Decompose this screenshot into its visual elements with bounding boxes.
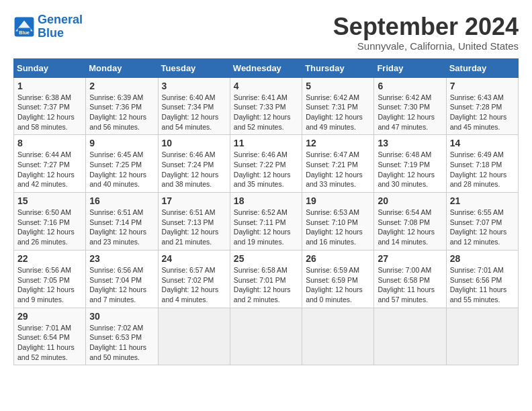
calendar-day-cell: 15 Sunrise: 6:50 AMSunset: 7:16 PMDaylig… — [14, 193, 86, 250]
day-info: Sunrise: 6:49 AMSunset: 7:18 PMDaylight:… — [450, 150, 515, 189]
day-info: Sunrise: 6:38 AMSunset: 7:37 PMDaylight:… — [17, 93, 82, 132]
weekday-header-cell: Thursday — [302, 58, 374, 77]
calendar-day-cell — [158, 308, 230, 365]
calendar-day-cell: 14 Sunrise: 6:49 AMSunset: 7:18 PMDaylig… — [446, 135, 518, 193]
month-title: September 2024 — [333, 13, 519, 40]
calendar-week-row: 8 Sunrise: 6:44 AMSunset: 7:27 PMDayligh… — [14, 135, 519, 193]
calendar-day-cell — [230, 308, 302, 365]
calendar-day-cell — [302, 308, 374, 365]
day-number: 7 — [450, 81, 515, 91]
day-number: 4 — [234, 81, 298, 91]
weekday-header-cell: Friday — [374, 58, 446, 77]
day-info: Sunrise: 6:51 AMSunset: 7:14 PMDaylight:… — [89, 208, 154, 247]
day-number: 24 — [162, 253, 226, 264]
day-number: 8 — [17, 138, 82, 148]
calendar-day-cell: 29 Sunrise: 7:01 AMSunset: 6:54 PMDaylig… — [14, 308, 86, 365]
day-info: Sunrise: 6:46 AMSunset: 7:22 PMDaylight:… — [234, 150, 298, 189]
day-number: 3 — [162, 81, 226, 91]
calendar-table: SundayMondayTuesdayWednesdayThursdayFrid… — [13, 58, 519, 366]
day-number: 11 — [234, 138, 298, 148]
day-number: 22 — [17, 253, 82, 264]
calendar-day-cell: 4 Sunrise: 6:41 AMSunset: 7:33 PMDayligh… — [230, 77, 302, 135]
calendar-day-cell: 6 Sunrise: 6:42 AMSunset: 7:30 PMDayligh… — [374, 77, 446, 135]
day-number: 1 — [17, 81, 82, 91]
day-info: Sunrise: 7:01 AMSunset: 6:54 PMDaylight:… — [17, 323, 82, 363]
calendar-day-cell: 28 Sunrise: 7:01 AMSunset: 6:56 PMDaylig… — [446, 250, 518, 308]
calendar-week-row: 1 Sunrise: 6:38 AMSunset: 7:37 PMDayligh… — [14, 77, 519, 135]
day-info: Sunrise: 6:40 AMSunset: 7:34 PMDaylight:… — [162, 93, 226, 132]
calendar-body: 1 Sunrise: 6:38 AMSunset: 7:37 PMDayligh… — [14, 77, 519, 365]
day-number: 28 — [450, 253, 515, 264]
calendar-week-row: 29 Sunrise: 7:01 AMSunset: 6:54 PMDaylig… — [14, 308, 519, 365]
day-number: 29 — [17, 311, 82, 322]
weekday-header-cell: Monday — [86, 58, 158, 77]
day-info: Sunrise: 6:53 AMSunset: 7:10 PMDaylight:… — [306, 208, 370, 247]
day-info: Sunrise: 7:02 AMSunset: 6:53 PMDaylight:… — [89, 323, 154, 363]
weekday-header-row: SundayMondayTuesdayWednesdayThursdayFrid… — [14, 58, 519, 77]
day-info: Sunrise: 6:50 AMSunset: 7:16 PMDaylight:… — [17, 208, 82, 247]
calendar-day-cell: 5 Sunrise: 6:42 AMSunset: 7:31 PMDayligh… — [302, 77, 374, 135]
weekday-header-cell: Sunday — [14, 58, 86, 77]
day-number: 18 — [234, 195, 298, 206]
day-number: 30 — [89, 311, 154, 322]
location: Sunnyvale, California, United States — [333, 40, 519, 52]
calendar-day-cell — [374, 308, 446, 365]
calendar-day-cell: 21 Sunrise: 6:55 AMSunset: 7:07 PMDaylig… — [446, 193, 518, 250]
day-number: 14 — [450, 138, 515, 148]
calendar-day-cell — [446, 308, 518, 365]
day-info: Sunrise: 7:00 AMSunset: 6:58 PMDaylight:… — [378, 265, 442, 305]
day-info: Sunrise: 6:46 AMSunset: 7:24 PMDaylight:… — [162, 150, 226, 189]
day-info: Sunrise: 6:42 AMSunset: 7:31 PMDaylight:… — [306, 93, 370, 132]
day-number: 26 — [306, 253, 370, 264]
day-number: 17 — [162, 195, 226, 206]
day-number: 16 — [89, 195, 154, 206]
calendar-day-cell: 19 Sunrise: 6:53 AMSunset: 7:10 PMDaylig… — [302, 193, 374, 250]
calendar-day-cell: 17 Sunrise: 6:51 AMSunset: 7:13 PMDaylig… — [158, 193, 230, 250]
calendar-day-cell: 7 Sunrise: 6:43 AMSunset: 7:28 PMDayligh… — [446, 77, 518, 135]
day-info: Sunrise: 6:52 AMSunset: 7:11 PMDaylight:… — [234, 208, 298, 247]
calendar-day-cell: 24 Sunrise: 6:57 AMSunset: 7:02 PMDaylig… — [158, 250, 230, 308]
day-info: Sunrise: 6:39 AMSunset: 7:36 PMDaylight:… — [89, 93, 154, 132]
day-number: 19 — [306, 195, 370, 206]
day-number: 6 — [378, 81, 442, 91]
logo-line2: Blue — [38, 26, 64, 40]
day-info: Sunrise: 6:51 AMSunset: 7:13 PMDaylight:… — [162, 208, 226, 247]
day-info: Sunrise: 6:42 AMSunset: 7:30 PMDaylight:… — [378, 93, 442, 132]
day-info: Sunrise: 6:41 AMSunset: 7:33 PMDaylight:… — [234, 93, 298, 132]
day-number: 9 — [89, 138, 154, 148]
day-number: 23 — [89, 253, 154, 264]
logo-line1: General — [38, 13, 83, 26]
logo-icon: Blue — [13, 16, 35, 38]
calendar-week-row: 15 Sunrise: 6:50 AMSunset: 7:16 PMDaylig… — [14, 193, 519, 250]
day-number: 12 — [306, 138, 370, 148]
day-info: Sunrise: 7:01 AMSunset: 6:56 PMDaylight:… — [450, 265, 515, 305]
logo-text: General Blue — [38, 13, 83, 40]
calendar-day-cell: 10 Sunrise: 6:46 AMSunset: 7:24 PMDaylig… — [158, 135, 230, 193]
calendar-day-cell: 2 Sunrise: 6:39 AMSunset: 7:36 PMDayligh… — [86, 77, 158, 135]
day-info: Sunrise: 6:44 AMSunset: 7:27 PMDaylight:… — [17, 150, 82, 189]
day-number: 25 — [234, 253, 298, 264]
day-info: Sunrise: 6:54 AMSunset: 7:08 PMDaylight:… — [378, 208, 442, 247]
calendar-day-cell: 26 Sunrise: 6:59 AMSunset: 6:59 PMDaylig… — [302, 250, 374, 308]
day-info: Sunrise: 6:43 AMSunset: 7:28 PMDaylight:… — [450, 93, 515, 132]
calendar-day-cell: 13 Sunrise: 6:48 AMSunset: 7:19 PMDaylig… — [374, 135, 446, 193]
day-info: Sunrise: 6:58 AMSunset: 7:01 PMDaylight:… — [234, 265, 298, 305]
calendar-day-cell: 1 Sunrise: 6:38 AMSunset: 7:37 PMDayligh… — [14, 77, 86, 135]
day-info: Sunrise: 6:47 AMSunset: 7:21 PMDaylight:… — [306, 150, 370, 189]
day-info: Sunrise: 6:57 AMSunset: 7:02 PMDaylight:… — [162, 265, 226, 305]
day-number: 21 — [450, 195, 515, 206]
calendar-day-cell: 18 Sunrise: 6:52 AMSunset: 7:11 PMDaylig… — [230, 193, 302, 250]
calendar-week-row: 22 Sunrise: 6:56 AMSunset: 7:05 PMDaylig… — [14, 250, 519, 308]
day-number: 10 — [162, 138, 226, 148]
logo: Blue General Blue — [13, 13, 83, 40]
calendar-day-cell: 11 Sunrise: 6:46 AMSunset: 7:22 PMDaylig… — [230, 135, 302, 193]
day-number: 13 — [378, 138, 442, 148]
day-number: 27 — [378, 253, 442, 264]
day-info: Sunrise: 6:59 AMSunset: 6:59 PMDaylight:… — [306, 265, 370, 305]
day-info: Sunrise: 6:45 AMSunset: 7:25 PMDaylight:… — [89, 150, 154, 189]
calendar-day-cell: 20 Sunrise: 6:54 AMSunset: 7:08 PMDaylig… — [374, 193, 446, 250]
day-info: Sunrise: 6:56 AMSunset: 7:05 PMDaylight:… — [17, 265, 82, 305]
title-area: September 2024 Sunnyvale, California, Un… — [333, 13, 519, 52]
calendar-day-cell: 3 Sunrise: 6:40 AMSunset: 7:34 PMDayligh… — [158, 77, 230, 135]
calendar-day-cell: 30 Sunrise: 7:02 AMSunset: 6:53 PMDaylig… — [86, 308, 158, 365]
